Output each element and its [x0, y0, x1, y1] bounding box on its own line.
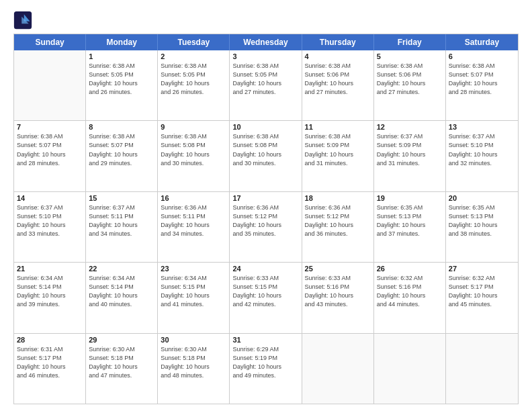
day-number: 6 [449, 52, 515, 60]
day-number: 18 [305, 194, 371, 202]
calendar-cell-day-13: 13Sunrise: 6:37 AM Sunset: 5:10 PM Dayli… [446, 121, 518, 191]
cell-info: Sunrise: 6:38 AM Sunset: 5:07 PM Dayligh… [449, 62, 515, 97]
cell-info: Sunrise: 6:36 AM Sunset: 5:12 PM Dayligh… [232, 203, 298, 238]
cell-info: Sunrise: 6:38 AM Sunset: 5:05 PM Dayligh… [232, 62, 298, 97]
cell-info: Sunrise: 6:36 AM Sunset: 5:11 PM Dayligh… [161, 203, 226, 238]
day-number: 29 [89, 336, 154, 344]
day-number: 28 [17, 336, 83, 344]
day-number: 16 [161, 194, 226, 202]
cell-info: Sunrise: 6:36 AM Sunset: 5:12 PM Dayligh… [305, 203, 371, 238]
calendar-cell-day-1: 1Sunrise: 6:38 AM Sunset: 5:05 PM Daylig… [86, 50, 158, 120]
calendar-cell-day-15: 15Sunrise: 6:37 AM Sunset: 5:11 PM Dayli… [86, 192, 158, 262]
cell-info: Sunrise: 6:38 AM Sunset: 5:08 PM Dayligh… [161, 132, 226, 167]
day-number: 21 [17, 265, 83, 273]
calendar-row-4: 21Sunrise: 6:34 AM Sunset: 5:14 PM Dayli… [14, 263, 518, 333]
calendar-cell-day-19: 19Sunrise: 6:35 AM Sunset: 5:13 PM Dayli… [374, 192, 446, 262]
calendar-cell-day-24: 24Sunrise: 6:33 AM Sunset: 5:15 PM Dayli… [230, 263, 302, 332]
day-number: 9 [161, 123, 226, 131]
day-number: 24 [232, 265, 298, 273]
weekday-header-thursday: Thursday [302, 34, 374, 50]
day-number: 25 [305, 265, 371, 273]
cell-info: Sunrise: 6:31 AM Sunset: 5:17 PM Dayligh… [17, 345, 83, 380]
cell-info: Sunrise: 6:37 AM Sunset: 5:09 PM Dayligh… [377, 132, 443, 167]
calendar-cell-day-11: 11Sunrise: 6:38 AM Sunset: 5:09 PM Dayli… [302, 121, 374, 191]
cell-info: Sunrise: 6:37 AM Sunset: 5:10 PM Dayligh… [17, 203, 83, 238]
day-number: 19 [377, 194, 443, 202]
day-number: 22 [89, 265, 154, 273]
cell-info: Sunrise: 6:32 AM Sunset: 5:16 PM Dayligh… [377, 274, 443, 309]
day-number: 27 [449, 265, 515, 273]
weekday-header-tuesday: Tuesday [158, 34, 230, 50]
day-number: 3 [232, 52, 298, 60]
calendar: SundayMondayTuesdayWednesdayThursdayFrid… [13, 34, 519, 404]
cell-info: Sunrise: 6:35 AM Sunset: 5:13 PM Dayligh… [449, 203, 515, 238]
calendar-cell-day-17: 17Sunrise: 6:36 AM Sunset: 5:12 PM Dayli… [230, 192, 302, 262]
cell-info: Sunrise: 6:33 AM Sunset: 5:16 PM Dayligh… [305, 274, 371, 309]
calendar-cell-day-2: 2Sunrise: 6:38 AM Sunset: 5:05 PM Daylig… [158, 50, 230, 120]
cell-info: Sunrise: 6:30 AM Sunset: 5:18 PM Dayligh… [89, 345, 154, 380]
cell-info: Sunrise: 6:38 AM Sunset: 5:07 PM Dayligh… [17, 132, 83, 167]
day-number: 2 [161, 52, 226, 60]
calendar-cell-day-26: 26Sunrise: 6:32 AM Sunset: 5:16 PM Dayli… [374, 263, 446, 332]
calendar-cell-day-23: 23Sunrise: 6:34 AM Sunset: 5:15 PM Dayli… [158, 263, 230, 332]
day-number: 1 [89, 52, 154, 60]
cell-info: Sunrise: 6:34 AM Sunset: 5:14 PM Dayligh… [89, 274, 154, 309]
cell-info: Sunrise: 6:38 AM Sunset: 5:06 PM Dayligh… [377, 62, 443, 97]
calendar-row-1: 1Sunrise: 6:38 AM Sunset: 5:05 PM Daylig… [14, 50, 518, 121]
calendar-body: 1Sunrise: 6:38 AM Sunset: 5:05 PM Daylig… [14, 50, 518, 404]
logo-icon [13, 11, 32, 30]
day-number: 15 [89, 194, 154, 202]
day-number: 23 [161, 265, 226, 273]
calendar-cell-day-27: 27Sunrise: 6:32 AM Sunset: 5:17 PM Dayli… [446, 263, 518, 332]
cell-info: Sunrise: 6:34 AM Sunset: 5:15 PM Dayligh… [161, 274, 226, 309]
calendar-header: SundayMondayTuesdayWednesdayThursdayFrid… [14, 34, 518, 50]
page: SundayMondayTuesdayWednesdayThursdayFrid… [0, 0, 532, 411]
day-number: 8 [89, 123, 154, 131]
weekday-header-friday: Friday [374, 34, 446, 50]
day-number: 13 [449, 123, 515, 131]
weekday-header-saturday: Saturday [446, 34, 518, 50]
calendar-cell-day-20: 20Sunrise: 6:35 AM Sunset: 5:13 PM Dayli… [446, 192, 518, 262]
cell-info: Sunrise: 6:38 AM Sunset: 5:08 PM Dayligh… [232, 132, 298, 167]
day-number: 30 [161, 336, 226, 344]
day-number: 26 [377, 265, 443, 273]
calendar-cell-empty [302, 334, 374, 404]
weekday-header-sunday: Sunday [14, 34, 86, 50]
cell-info: Sunrise: 6:34 AM Sunset: 5:14 PM Dayligh… [17, 274, 83, 309]
calendar-row-5: 28Sunrise: 6:31 AM Sunset: 5:17 PM Dayli… [14, 334, 518, 404]
day-number: 31 [232, 336, 298, 344]
cell-info: Sunrise: 6:38 AM Sunset: 5:05 PM Dayligh… [89, 62, 154, 97]
cell-info: Sunrise: 6:35 AM Sunset: 5:13 PM Dayligh… [377, 203, 443, 238]
calendar-row-3: 14Sunrise: 6:37 AM Sunset: 5:10 PM Dayli… [14, 192, 518, 263]
calendar-cell-day-22: 22Sunrise: 6:34 AM Sunset: 5:14 PM Dayli… [86, 263, 158, 332]
calendar-cell-day-16: 16Sunrise: 6:36 AM Sunset: 5:11 PM Dayli… [158, 192, 230, 262]
day-number: 4 [305, 52, 371, 60]
cell-info: Sunrise: 6:37 AM Sunset: 5:11 PM Dayligh… [89, 203, 154, 238]
calendar-cell-day-10: 10Sunrise: 6:38 AM Sunset: 5:08 PM Dayli… [230, 121, 302, 191]
calendar-cell-day-25: 25Sunrise: 6:33 AM Sunset: 5:16 PM Dayli… [302, 263, 374, 332]
cell-info: Sunrise: 6:32 AM Sunset: 5:17 PM Dayligh… [449, 274, 515, 309]
calendar-cell-day-3: 3Sunrise: 6:38 AM Sunset: 5:05 PM Daylig… [230, 50, 302, 120]
day-number: 17 [232, 194, 298, 202]
calendar-cell-day-28: 28Sunrise: 6:31 AM Sunset: 5:17 PM Dayli… [14, 334, 86, 404]
calendar-cell-day-9: 9Sunrise: 6:38 AM Sunset: 5:08 PM Daylig… [158, 121, 230, 191]
cell-info: Sunrise: 6:29 AM Sunset: 5:19 PM Dayligh… [232, 345, 298, 380]
calendar-cell-day-8: 8Sunrise: 6:38 AM Sunset: 5:07 PM Daylig… [86, 121, 158, 191]
day-number: 20 [449, 194, 515, 202]
logo [13, 11, 35, 30]
cell-info: Sunrise: 6:38 AM Sunset: 5:05 PM Dayligh… [161, 62, 226, 97]
calendar-cell-day-21: 21Sunrise: 6:34 AM Sunset: 5:14 PM Dayli… [14, 263, 86, 332]
calendar-cell-day-18: 18Sunrise: 6:36 AM Sunset: 5:12 PM Dayli… [302, 192, 374, 262]
calendar-cell-day-29: 29Sunrise: 6:30 AM Sunset: 5:18 PM Dayli… [86, 334, 158, 404]
calendar-cell-empty [374, 334, 446, 404]
day-number: 11 [305, 123, 371, 131]
weekday-header-wednesday: Wednesday [230, 34, 302, 50]
cell-info: Sunrise: 6:38 AM Sunset: 5:09 PM Dayligh… [305, 132, 371, 167]
cell-info: Sunrise: 6:30 AM Sunset: 5:18 PM Dayligh… [161, 345, 226, 380]
calendar-cell-day-6: 6Sunrise: 6:38 AM Sunset: 5:07 PM Daylig… [446, 50, 518, 120]
day-number: 5 [377, 52, 443, 60]
header [13, 11, 519, 30]
calendar-cell-day-30: 30Sunrise: 6:30 AM Sunset: 5:18 PM Dayli… [158, 334, 230, 404]
cell-info: Sunrise: 6:33 AM Sunset: 5:15 PM Dayligh… [232, 274, 298, 309]
calendar-cell-empty [446, 334, 518, 404]
